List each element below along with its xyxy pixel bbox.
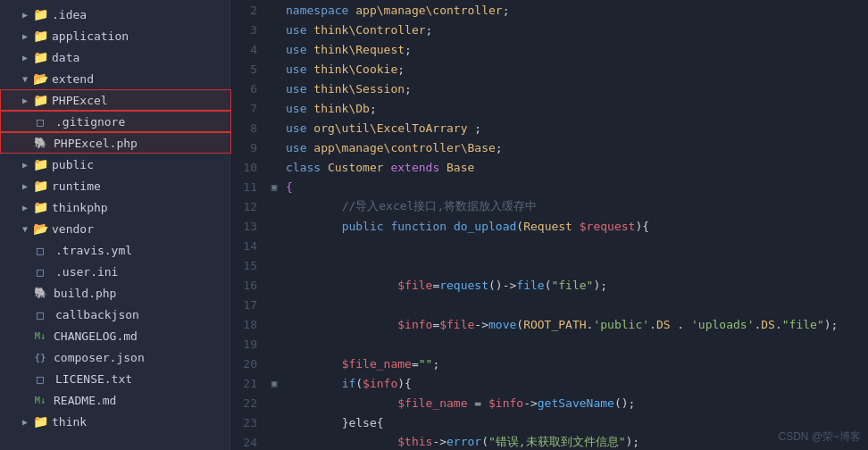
folder-icon-thinkphp: 📁	[32, 199, 48, 215]
tree-item-buildphp[interactable]: 🐘 build.php	[0, 282, 231, 304]
code-row-22: 22 $file_name = $info->getSaveName();	[232, 393, 868, 412]
tree-label-readme: README.md	[54, 394, 116, 407]
line-number-13: 13	[232, 216, 268, 236]
line-number-24: 24	[232, 432, 268, 450]
collapse-arrow-idea: ▶	[18, 7, 32, 21]
line-number-8: 8	[232, 118, 268, 138]
code-content-22: $file_name = $info->getSaveName();	[280, 393, 868, 412]
fold-gutter-11[interactable]: ▣	[268, 177, 280, 196]
collapse-arrow-thinkphp: ▶	[18, 200, 32, 214]
tree-item-userini[interactable]: □ .user.ini	[0, 261, 231, 282]
line-number-11: 11	[232, 177, 268, 196]
line-number-10: 10	[232, 157, 268, 177]
tree-label-data: data	[52, 51, 79, 64]
tree-item-license[interactable]: □ LICENSE.txt	[0, 368, 231, 389]
tree-item-idea[interactable]: ▶ 📁 .idea	[0, 4, 231, 25]
tree-item-changelog[interactable]: M↓ CHANGELOG.md	[0, 325, 231, 346]
tree-label-changelog: CHANGELOG.md	[54, 329, 138, 343]
tree-label-buildphp: build.php	[54, 287, 116, 300]
code-content-12: //导入excel接口,将数据放入缓存中	[280, 196, 868, 216]
code-row-6: 6 use think\Session;	[232, 79, 868, 98]
fold-gutter-7	[268, 98, 280, 118]
fold-gutter-4	[268, 39, 280, 59]
tree-item-public[interactable]: ▶ 📁 public	[0, 154, 231, 175]
php-icon-buildphp: 🐘	[32, 285, 48, 301]
fold-gutter-5	[268, 59, 280, 79]
php-icon-phpexcelphp: 🐘	[32, 135, 48, 151]
file-icon-composerjson: {}	[32, 349, 48, 365]
file-tree[interactable]: ▶ 📁 .idea ▶ 📁 application ▶ 📁 data ▼ 📂 e…	[0, 0, 232, 450]
folder-icon-runtime: 📁	[32, 178, 48, 194]
tree-item-vendor[interactable]: ▼ 📂 vendor	[0, 218, 231, 239]
code-content-13: public function do_upload(Request $reque…	[280, 216, 868, 236]
fold-gutter-17	[268, 295, 280, 314]
fold-gutter-20	[268, 354, 280, 373]
file-icon-license: □	[32, 371, 48, 387]
collapse-arrow-think: ▶	[18, 414, 32, 429]
tree-item-data[interactable]: ▶ 📁 data	[0, 46, 231, 68]
tree-item-application[interactable]: ▶ 📁 application	[0, 25, 231, 46]
tree-item-think[interactable]: ▶ 📁 think	[0, 411, 231, 432]
code-content-4: use think\Request;	[280, 39, 868, 59]
code-lines-table: 2 namespace app\manage\controller; 3 use…	[232, 0, 868, 450]
tree-item-runtime[interactable]: ▶ 📁 runtime	[0, 175, 231, 196]
folder-icon-extend: 📂	[32, 71, 48, 87]
line-number-9: 9	[232, 138, 268, 157]
code-content-6: use think\Session;	[280, 79, 868, 98]
tree-item-thinkphp[interactable]: ▶ 📁 thinkphp	[0, 196, 231, 218]
code-row-18: 18 $info=$file->move(ROOT_PATH.'public'.…	[232, 314, 868, 334]
tree-label-composerjson: composer.json	[54, 351, 145, 364]
tree-label-extend: extend	[52, 72, 94, 86]
folder-icon-idea: 📁	[32, 6, 48, 22]
line-number-5: 5	[232, 59, 268, 79]
code-row-8: 8 use org\util\ExcelToArrary ;	[232, 118, 868, 138]
code-row-13: 13 public function do_upload(Request $re…	[232, 216, 868, 236]
code-content-3: use think\Controller;	[280, 20, 868, 39]
line-number-16: 16	[232, 275, 268, 295]
line-number-18: 18	[232, 314, 268, 334]
code-row-14: 14	[232, 236, 868, 255]
tree-item-composerjson[interactable]: {} composer.json	[0, 346, 231, 368]
collapse-arrow-phpexcel: ▶	[18, 93, 32, 107]
tree-item-readme[interactable]: M↓ README.md	[0, 389, 231, 411]
code-row-9: 9 use app\manage\controller\Base;	[232, 138, 868, 157]
code-row-4: 4 use think\Request;	[232, 39, 868, 59]
line-number-6: 6	[232, 79, 268, 98]
tree-label-thinkphp: thinkphp	[52, 201, 108, 214]
code-content-19	[280, 334, 868, 354]
tree-item-gitignore[interactable]: □ .gitignore	[0, 111, 231, 132]
code-editor: 2 namespace app\manage\controller; 3 use…	[232, 0, 868, 450]
code-row-10: 10 class Customer extends Base	[232, 157, 868, 177]
code-row-24: 24 $this->error("错误,未获取到文件信息");	[232, 432, 868, 450]
code-content-8: use org\util\ExcelToArrary ;	[280, 118, 868, 138]
tree-item-phpexcelphp[interactable]: 🐘 PHPExcel.php	[0, 132, 231, 154]
tree-item-travis[interactable]: □ .travis.yml	[0, 239, 231, 261]
collapse-arrow-extend: ▼	[18, 71, 32, 86]
code-row-23: 23 }else{	[232, 412, 868, 432]
fold-gutter-21[interactable]: ▣	[268, 373, 280, 393]
line-number-2: 2	[232, 0, 268, 20]
tree-label-gitignore: .gitignore	[55, 115, 125, 129]
file-icon-callbackjson: □	[32, 306, 48, 322]
folder-icon-public: 📁	[32, 156, 48, 172]
tree-item-extend[interactable]: ▼ 📂 extend	[0, 68, 231, 89]
tree-label-public: public	[52, 158, 94, 171]
collapse-arrow-runtime: ▶	[18, 179, 32, 193]
code-row-12: 12 //导入excel接口,将数据放入缓存中	[232, 196, 868, 216]
code-content-16: $file=request()->file("file");	[280, 275, 868, 295]
tree-item-phpexcel[interactable]: ▶ 📁 PHPExcel	[0, 89, 231, 111]
tree-label-phpexcelphp: PHPExcel.php	[54, 137, 138, 150]
tree-label-idea: .idea	[52, 8, 87, 21]
fold-gutter-24	[268, 432, 280, 450]
folder-icon-phpexcel: 📁	[32, 92, 48, 108]
tree-label-phpexcel: PHPExcel	[52, 94, 108, 107]
code-row-20: 20 $file_name="";	[232, 354, 868, 373]
collapse-arrow-data: ▶	[18, 50, 32, 64]
tree-item-callbackjson[interactable]: □ callbackjson	[0, 304, 231, 325]
collapse-arrow-application: ▶	[18, 29, 32, 43]
fold-gutter-15	[268, 255, 280, 275]
fold-gutter-18	[268, 314, 280, 334]
line-number-3: 3	[232, 20, 268, 39]
line-number-17: 17	[232, 295, 268, 314]
tree-label-travis: .travis.yml	[55, 244, 132, 257]
